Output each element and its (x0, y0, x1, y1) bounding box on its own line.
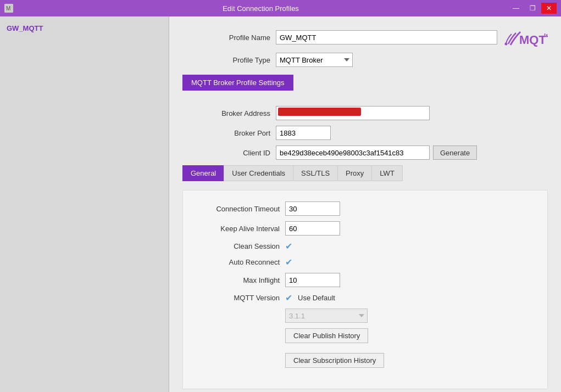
profile-type-label: Profile Type (182, 56, 270, 64)
mqtt-version-label: MQTT Version (192, 294, 280, 302)
content-area: Profile Name MQTT fx Profile Type (169, 16, 561, 392)
connection-timeout-label: Connection Timeout (192, 205, 280, 213)
sidebar-item-gw-mqtt[interactable]: GW_MQTT (0, 21, 169, 36)
keep-alive-label: Keep Alive Interval (192, 225, 280, 233)
broker-port-row: Broker Port (182, 126, 548, 140)
broker-port-input[interactable] (276, 126, 331, 140)
mqtt-version-select-row: 3.1.1 (192, 309, 538, 323)
mqtt-broker-section-button[interactable]: MQTT Broker Profile Settings (182, 75, 293, 91)
profile-type-row: Profile Type MQTT Broker (182, 53, 548, 67)
minimize-button[interactable]: — (508, 3, 524, 14)
clean-session-checkbox[interactable]: ✔ (285, 241, 292, 251)
client-id-input[interactable] (276, 145, 430, 160)
title-bar: M Edit Connection Profiles — ❐ ✕ (0, 0, 561, 16)
clear-subscription-history-row: Clear Subscription History (192, 353, 538, 372)
general-tab-content: Connection Timeout Keep Alive Interval C… (182, 190, 548, 389)
broker-address-input[interactable] (276, 106, 430, 120)
svg-point-2 (505, 43, 508, 46)
main-layout: GW_MQTT Profile Name MQTT fx (0, 16, 561, 392)
tabs-row: General User Credentials SSL/TLS Proxy L… (182, 165, 548, 181)
window-controls: — ❐ ✕ (508, 3, 557, 14)
max-inflight-row: Max Inflight (192, 273, 538, 287)
mqtt-version-row: MQTT Version ✔ Use Default (192, 293, 538, 303)
sidebar-item-label: GW_MQTT (7, 24, 43, 32)
close-button[interactable]: ✕ (541, 3, 557, 14)
mqtt-version-select[interactable]: 3.1.1 (285, 309, 368, 323)
broker-port-label: Broker Port (182, 129, 270, 137)
broker-address-row: Broker Address redacted (182, 106, 548, 120)
clean-session-row: Clean Session ✔ (192, 241, 538, 251)
mqtt-version-use-default-checkbox[interactable]: ✔ (285, 293, 292, 303)
connection-timeout-row: Connection Timeout (192, 201, 538, 216)
mqtt-logo-svg: MQTT fx (504, 27, 548, 47)
mqtt-version-use-default-label: Use Default (298, 294, 335, 302)
window-title: Edit Connection Profiles (13, 4, 508, 13)
broker-address-wrapper: redacted (276, 106, 430, 120)
sidebar: GW_MQTT (0, 16, 169, 392)
maximize-button[interactable]: ❐ (525, 3, 540, 14)
tab-general[interactable]: General (182, 165, 224, 181)
connection-timeout-input[interactable] (285, 201, 340, 216)
tab-ssl-tls[interactable]: SSL/TLS (293, 165, 337, 181)
app-icon: M (4, 4, 13, 13)
svg-text:M: M (6, 5, 10, 12)
auto-reconnect-label: Auto Reconnect (192, 258, 280, 266)
client-id-row: Client ID Generate (182, 145, 548, 160)
generate-button[interactable]: Generate (433, 145, 477, 160)
version-select-wrapper: 3.1.1 (285, 309, 368, 323)
svg-text:fx: fx (544, 32, 548, 37)
clear-subscription-history-button[interactable]: Clear Subscription History (285, 353, 384, 368)
clear-publish-history-button[interactable]: Clear Publish History (285, 328, 368, 343)
mqtt-logo: MQTT fx (504, 27, 548, 47)
client-id-label: Client ID (182, 149, 270, 157)
profile-name-row: Profile Name MQTT fx (182, 27, 548, 47)
auto-reconnect-row: Auto Reconnect ✔ (192, 257, 538, 267)
max-inflight-input[interactable] (285, 273, 340, 287)
keep-alive-row: Keep Alive Interval (192, 221, 538, 236)
profile-name-input[interactable] (276, 30, 497, 44)
tab-proxy[interactable]: Proxy (337, 165, 371, 181)
auto-reconnect-checkbox[interactable]: ✔ (285, 257, 292, 267)
tab-user-credentials[interactable]: User Credentials (224, 165, 293, 181)
clear-publish-history-row: Clear Publish History (192, 328, 538, 348)
clean-session-label: Clean Session (192, 242, 280, 250)
section-header: MQTT Broker Profile Settings (182, 72, 548, 99)
profile-type-select[interactable]: MQTT Broker (276, 53, 353, 67)
max-inflight-label: Max Inflight (192, 276, 280, 284)
broker-address-label: Broker Address (182, 109, 270, 117)
profile-name-label: Profile Name (182, 33, 270, 42)
tab-lwt[interactable]: LWT (371, 165, 402, 181)
keep-alive-input[interactable] (285, 221, 340, 236)
